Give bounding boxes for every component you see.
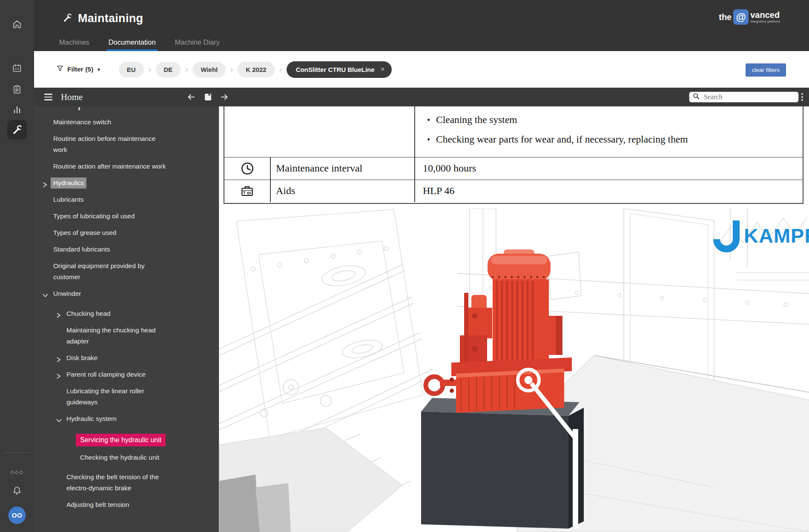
toc-item[interactable]: Unwinder xyxy=(34,288,219,299)
left-rail: ◇◇◇ OO xyxy=(0,0,34,532)
chevron-right-icon[interactable] xyxy=(56,311,61,322)
more-apps-icon[interactable]: ◇◇◇ xyxy=(11,466,23,478)
activities-cell: •Cleaning the system•Checking wear parts… xyxy=(414,106,803,157)
logo-tagline: integrative platform xyxy=(750,20,780,23)
filter-label: Filter (5) xyxy=(67,66,93,73)
chevron-right-icon[interactable] xyxy=(56,355,61,366)
toc-item[interactable]: Checking the hydraulic unit xyxy=(34,452,219,463)
tab-machines[interactable]: Machines xyxy=(58,37,90,51)
toc-item[interactable]: Hydraulic system xyxy=(34,413,219,424)
toc-item-label: Adjusting belt tension xyxy=(66,501,129,508)
filter-chip-k-2022[interactable]: K 2022 xyxy=(238,62,274,77)
toc-item-label: Lubricating the linear roller guideways xyxy=(66,387,144,406)
toc-item-label: Unwinder xyxy=(53,290,81,297)
tab-machine-diary[interactable]: Machine Diary xyxy=(174,37,221,51)
tab-documentation[interactable]: Documentation xyxy=(108,37,157,51)
clear-filters-button[interactable]: clear filters xyxy=(746,63,786,77)
funnel-icon xyxy=(56,65,64,74)
chevron-right-icon[interactable] xyxy=(42,180,48,191)
logo-text-the: the xyxy=(719,12,732,22)
wrench-icon[interactable] xyxy=(11,124,23,135)
page-title: Maintaining xyxy=(78,12,143,25)
table-row: Maintenance interval10,000 hours xyxy=(224,157,803,180)
toc-item[interactable]: Hydraulics xyxy=(34,177,219,189)
toc-item[interactable]: Adjusting belt tension xyxy=(34,499,219,510)
toc-item-label: Checking the belt tension of the electro… xyxy=(66,473,159,492)
toc-item[interactable]: Routine action after maintenance work xyxy=(34,161,219,172)
toc-item-label: Hydraulics xyxy=(51,177,86,189)
bullet-icon: • xyxy=(427,135,430,145)
toc-item[interactable]: Servicing the hydraulic unit xyxy=(34,434,219,446)
toc-item[interactable]: Maintaining the chucking head adapter xyxy=(34,325,219,347)
chevron-down-icon[interactable] xyxy=(42,291,49,302)
calendar-icon[interactable] xyxy=(11,63,23,74)
search-icon xyxy=(693,93,700,101)
rail-divider xyxy=(3,452,31,453)
toc-item[interactable]: Maintenance switch xyxy=(34,117,219,128)
bullet-item: •Checking wear parts for wear and, if ne… xyxy=(427,134,803,145)
toc-item-label: Standard lubricants xyxy=(53,246,110,253)
breadcrumb: EU›DE›Wiehl›K 2022›ConSlitter CTRU BlueL… xyxy=(119,61,392,78)
toc-item[interactable]: Checking the belt tension of the electro… xyxy=(34,472,219,494)
toc-item[interactable]: Parent roll clamping device xyxy=(34,369,219,380)
document-toolbar: Home xyxy=(34,88,809,106)
bar-chart-icon[interactable] xyxy=(11,104,23,115)
toc-item[interactable]: Original equipment provided by customer xyxy=(34,260,219,283)
toc-item[interactable]: Types of lubricating oil used xyxy=(34,211,219,222)
row-label: Aids xyxy=(270,185,414,197)
clipboard-icon[interactable] xyxy=(11,84,23,95)
home-icon[interactable] xyxy=(11,19,23,30)
chevron-right-icon: › xyxy=(185,65,188,74)
toc-item-label: Lubricants xyxy=(53,196,84,203)
filter-chip-wiehl[interactable]: Wiehl xyxy=(192,62,226,77)
chevron-right-icon: › xyxy=(149,65,151,74)
toc-item[interactable]: Chucking head xyxy=(34,308,219,319)
menu-icon[interactable] xyxy=(44,94,52,100)
toc-sidebar: Maintenance switchRoutine action before … xyxy=(34,106,219,532)
search-input[interactable] xyxy=(704,93,795,101)
toolbox-icon xyxy=(224,183,270,198)
search-box[interactable] xyxy=(689,92,799,103)
back-arrow-icon[interactable] xyxy=(186,92,196,102)
machine-illustration: KAMPF Maintain hydraulic system10000 hSe… xyxy=(219,209,809,532)
logo-at-icon: @ xyxy=(733,9,749,25)
filter-dropdown-button[interactable]: Filter (5) ▾ xyxy=(56,65,100,74)
clipped-tree-item xyxy=(78,107,80,110)
chevron-right-icon[interactable] xyxy=(56,372,61,383)
document-content: •Cleaning the system•Checking wear parts… xyxy=(219,106,809,532)
forward-arrow-icon[interactable] xyxy=(220,92,229,102)
chevron-right-icon: › xyxy=(279,65,282,74)
toc-item[interactable]: Standard lubricants xyxy=(34,244,219,255)
kebab-menu-icon[interactable] xyxy=(800,92,805,103)
row-value: 10,000 hours xyxy=(414,163,803,174)
brand-logo: the @ vanced integrative platform xyxy=(719,9,780,25)
toc-item-label: Chucking head xyxy=(66,310,110,317)
avatar[interactable]: OO xyxy=(9,506,26,524)
toc-item[interactable]: Types of grease used xyxy=(34,227,219,238)
toc-item-label: Maintenance switch xyxy=(53,118,111,126)
toc-item[interactable]: Disk brake xyxy=(34,352,219,363)
toc-item-label: Routine action after maintenance work xyxy=(53,163,166,170)
table-row: AidsHLP 46 xyxy=(224,180,803,203)
filter-chip-eu[interactable]: EU xyxy=(119,62,144,77)
row-label: Maintenance interval xyxy=(270,163,414,174)
toc-tree: Maintenance switchRoutine action before … xyxy=(34,106,219,510)
toc-item[interactable]: Routine action before maintenance work xyxy=(34,133,219,155)
toc-item[interactable]: Lubricating the linear roller guideways xyxy=(34,386,219,408)
wrench-title-icon xyxy=(62,13,72,25)
machine-filter-chip[interactable]: ConSlitter CTRU BlueLine× xyxy=(287,61,392,78)
tab-bar: MachinesDocumentationMachine Diary xyxy=(58,37,221,51)
filter-chip-de[interactable]: DE xyxy=(156,62,181,77)
toc-item-label: Types of grease used xyxy=(53,229,116,236)
bullet-icon: • xyxy=(427,115,430,125)
logo-text-vanced: vanced xyxy=(750,11,780,19)
toc-item[interactable]: Lubricants xyxy=(34,194,219,205)
table-row: •Cleaning the system•Checking wear parts… xyxy=(224,106,803,157)
header: Maintaining MachinesDocumentationMachine… xyxy=(34,0,809,51)
bullet-item: •Cleaning the system xyxy=(427,114,803,126)
bookmark-book-icon[interactable] xyxy=(203,92,212,102)
filter-bar: Filter (5) ▾ EU›DE›Wiehl›K 2022›ConSlitt… xyxy=(34,51,809,88)
bell-icon[interactable] xyxy=(11,485,23,496)
chevron-down-icon[interactable] xyxy=(56,416,62,427)
close-icon[interactable]: × xyxy=(381,65,385,74)
